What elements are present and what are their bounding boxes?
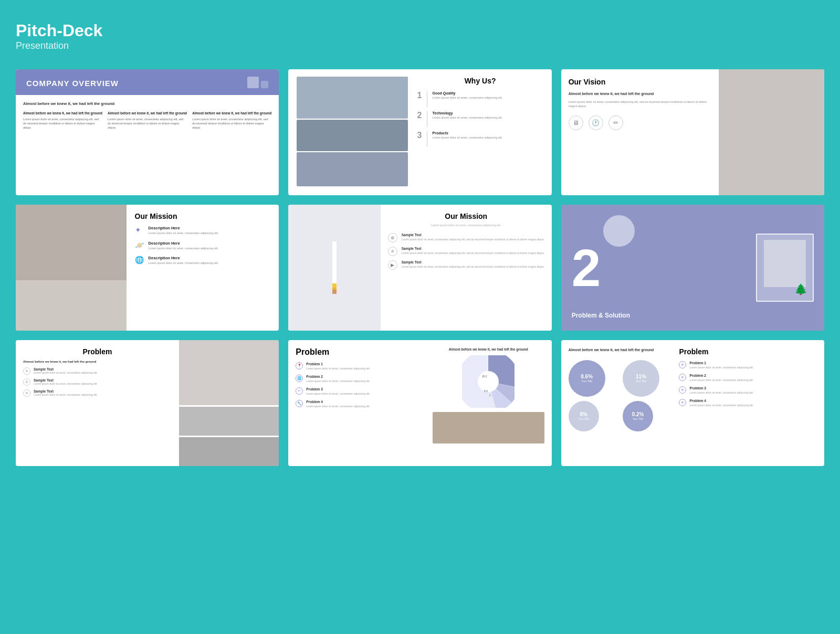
num-3: 3: [417, 131, 424, 140]
slide-4-right: Our Mission ✦ Description Here Lorem ips…: [127, 205, 279, 331]
mission-text-1: Lorem ipsum dolor sit amet, consectetur …: [149, 231, 219, 236]
mi2-title-3: Sample Text: [402, 260, 544, 264]
slide-7-photos: [179, 340, 279, 466]
bubble-3: 8% Your Title: [569, 401, 599, 431]
slide-6-body: 2 🌲 Problem & Solution: [561, 205, 824, 331]
mission-title-3: Description Here: [149, 256, 219, 260]
mi2-title-2: Sample Text: [402, 247, 544, 250]
p9-content-1: Problem 1 Lorem ipsum dolor sit amet, co…: [689, 361, 753, 369]
p9-icon-4: ⊕: [679, 399, 686, 406]
pli-content-2: Sample Text Lorem ipsum dolor sit amet, …: [34, 378, 98, 386]
mission-title-1: Description Here: [149, 226, 219, 230]
vision-text: Lorem ipsum dolor sit amet, consectetur …: [569, 100, 712, 109]
mission-icon-1: ✦: [135, 226, 144, 234]
header-decoration: [247, 77, 268, 88]
slide-problem-solution[interactable]: 2 🌲 Problem & Solution: [561, 205, 824, 331]
p9-item-3: ⊕ Problem 3 Lorem ipsum dolor sit amet, …: [679, 386, 817, 395]
p9-content-3: Problem 3 Lorem ipsum dolor sit amet, co…: [689, 386, 753, 395]
why-us-content-3: Products Lorem ipsum dolor sit amet, con…: [433, 131, 503, 140]
pli-title-2: Sample Text: [34, 378, 98, 382]
pi-title-4: Problem 4: [306, 400, 370, 404]
slide-1-body: Almost before we knew it, we had left th…: [16, 95, 279, 136]
bubble-4-pct: 0.2%: [632, 411, 644, 417]
p9-text-3: Lorem ipsum dolor sit amet, consectetur …: [689, 391, 753, 395]
slide-3-title: Our Vision: [569, 78, 712, 86]
pie-label-1: 28.2: [482, 375, 487, 378]
slide-problem-chart[interactable]: Problem 📍 Problem 1 Lorem ipsum dolor si…: [288, 340, 551, 466]
col-2-text: Lorem ipsum dolor sit amet, consectetur …: [108, 117, 187, 130]
pli-icon-3: ⊕: [23, 389, 30, 397]
pi-title-2: Problem 2: [306, 375, 370, 378]
pi-content-1: Problem 1 Lorem ipsum dolor sit amet, co…: [306, 362, 370, 371]
p9-title-2: Problem 2: [689, 374, 753, 377]
why-us-item-3: 3 Products Lorem ipsum dolor sit amet, c…: [417, 131, 543, 147]
slide-9-tagline: Almost before we knew it, we had left th…: [569, 347, 673, 353]
pi-icon-3: ✏: [296, 387, 303, 395]
slide-problem-bubbles[interactable]: Almost before we knew it, we had left th…: [561, 340, 824, 466]
p9-title-3: Problem 3: [689, 386, 753, 390]
pli-icon-2: ⊕: [23, 378, 30, 386]
slide-our-vision[interactable]: Our Vision Almost before we knew it, we …: [561, 69, 824, 195]
item-3-text: Lorem ipsum dolor sit amet, consectetur …: [433, 136, 503, 140]
slide-our-mission-image[interactable]: Our Mission ✦ Description Here Lorem ips…: [16, 205, 279, 331]
slide-our-mission-pencil[interactable]: Our Mission Lorem ipsum dolor sit amet, …: [288, 205, 551, 331]
col-1-title: Almost before we knew it, we had left th…: [23, 111, 102, 115]
pli-icon-1: ⊕: [23, 367, 30, 375]
slide-1-col-1: Almost before we knew it, we had left th…: [23, 111, 102, 130]
mi2-text-2: Lorem ipsum dolor sit amet, consectetur …: [402, 251, 544, 255]
num-2: 2: [417, 111, 424, 120]
slide-8-photo: [433, 412, 544, 443]
pi-2: 🌐 Problem 2 Lorem ipsum dolor sit amet, …: [296, 375, 426, 383]
mi2-text-3: Lorem ipsum dolor sit amet, consectetur …: [402, 265, 544, 269]
slide-5-body: Our Mission Lorem ipsum dolor sit amet, …: [288, 205, 551, 331]
bubble-2-label: Your Title: [636, 379, 647, 383]
p9-item-1: ⊕ Problem 1 Lorem ipsum dolor sit amet, …: [679, 361, 817, 369]
pi-content-3: Problem 3 Lorem ipsum dolor sit amet, co…: [306, 387, 370, 396]
mission-text-2: Lorem ipsum dolor sit amet, consectetur …: [149, 247, 219, 251]
slide-1-col-3: Almost before we knew it, we had left th…: [192, 111, 271, 130]
vision-icon-3: ✏: [608, 115, 623, 130]
mission2-item-1: ⊕ Sample Text Lorem ipsum dolor sit amet…: [388, 233, 544, 242]
p9-text-2: Lorem ipsum dolor sit amet, consectetur …: [689, 378, 753, 382]
item-1-text: Lorem ipsum dolor sit amet, consectetur …: [433, 96, 503, 100]
slide-why-us[interactable]: Why Us? 1 Good Quality Lorem ipsum dolor…: [288, 69, 551, 195]
slide-problem-photos[interactable]: Problem Almost before we knew it, we had…: [16, 340, 279, 466]
slide-2-title: Why Us?: [417, 77, 543, 85]
bubble-4-label: Your Title: [633, 417, 644, 420]
col-3-title: Almost before we knew it, we had left th…: [192, 111, 271, 115]
bubble-2-pct: 11%: [636, 374, 646, 379]
col-2-title: Almost before we knew it, we had left th…: [108, 111, 187, 115]
mission-icon-2: 🪐: [135, 241, 144, 249]
slide-7-left: Problem Almost before we knew it, we had…: [16, 340, 179, 466]
divider-1: [427, 91, 427, 107]
p9-content-4: Problem 4 Lorem ipsum dolor sit amet, co…: [689, 399, 753, 407]
pli-text-1: Lorem ipsum dolor sit amet, consectetur …: [34, 371, 98, 375]
mi2-content-3: Sample Text Lorem ipsum dolor sit amet, …: [402, 260, 544, 269]
slide-4-photo: [16, 205, 127, 331]
collage-photo-2: [297, 120, 407, 151]
slide-3-left: Our Vision Almost before we knew it, we …: [561, 69, 719, 195]
mission-item-2: 🪐 Description Here Lorem ipsum dolor sit…: [135, 241, 272, 251]
bubble-4: 0.2% Your Title: [623, 401, 653, 431]
slide-company-overview[interactable]: Company Overview Almost before we knew i…: [16, 69, 279, 195]
slide-5-title: Our Mission: [388, 212, 544, 220]
photo-short-1: [179, 407, 279, 436]
pi-text-1: Lorem ipsum dolor sit amet, consectetur …: [306, 367, 370, 371]
problem-inner-image: [764, 240, 806, 287]
pli-text-3: Lorem ipsum dolor sit amet, consectetur …: [34, 393, 98, 397]
mission-content-1: Description Here Lorem ipsum dolor sit a…: [149, 226, 219, 236]
slide-1-columns: Almost before we knew it, we had left th…: [23, 111, 271, 130]
chart-title: Almost before we knew it, we had left th…: [449, 347, 528, 351]
p9-icon-1: ⊕: [679, 361, 686, 368]
p9-content-2: Problem 2 Lorem ipsum dolor sit amet, co…: [689, 374, 753, 382]
col-1-text: Lorem ipsum dolor sit amet, consectetur …: [23, 117, 102, 130]
slide-8-left: Problem 📍 Problem 1 Lorem ipsum dolor si…: [296, 347, 426, 443]
item-2-title: Technology: [433, 111, 503, 115]
deco-square-1: [247, 77, 259, 88]
pie-label-2: 8.6: [484, 389, 488, 393]
pli-title-3: Sample Text: [34, 389, 98, 393]
slide-9-right: Problem ⊕ Problem 1 Lorem ipsum dolor si…: [679, 347, 817, 431]
p9-text-1: Lorem ipsum dolor sit amet, consectetur …: [689, 366, 753, 369]
slide-1-header: Company Overview: [16, 69, 279, 95]
slide-5-right: Our Mission Lorem ipsum dolor sit amet, …: [381, 205, 552, 331]
